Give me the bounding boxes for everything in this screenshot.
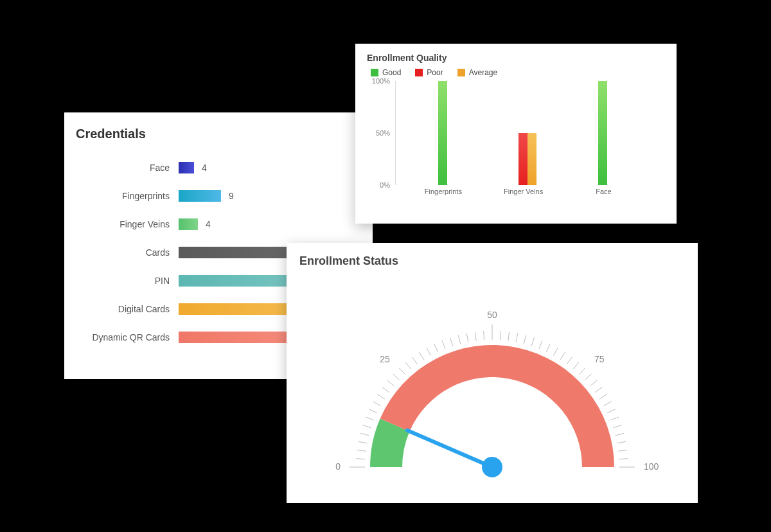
gauge-tick <box>613 425 621 427</box>
gauge-tick <box>617 441 626 443</box>
gauge-chart: 0255075100 <box>299 268 685 486</box>
credential-row: Face4 <box>76 162 373 173</box>
bar <box>527 133 536 185</box>
legend-label: Poor <box>427 68 443 77</box>
gauge-hub <box>482 457 502 477</box>
gauge-tick <box>580 368 586 374</box>
gauge-tick <box>484 331 484 340</box>
gauge-tick <box>405 362 411 369</box>
legend-swatch <box>415 69 423 76</box>
enrollment-status-card: Enrollment Status 0255075100 <box>287 243 698 503</box>
bar-group <box>598 81 607 185</box>
bar <box>598 81 607 185</box>
enrollment-quality-card: Enrollment Quality GoodPoorAverage 100%5… <box>355 44 677 224</box>
credential-label: Fingerprints <box>76 191 179 201</box>
credential-value: 9 <box>229 191 234 201</box>
gauge-tick <box>595 387 602 392</box>
gauge-tick <box>366 417 374 420</box>
gauge-tick <box>373 402 380 406</box>
credential-value: 4 <box>202 163 207 173</box>
gauge-tick <box>553 348 558 355</box>
gauge-tick <box>362 425 371 427</box>
gauge-tick <box>573 362 579 369</box>
gauge-tick <box>531 337 534 346</box>
gauge-tick <box>434 344 438 352</box>
legend-swatch <box>371 69 378 76</box>
legend-label: Average <box>469 68 497 77</box>
credential-label: Finger Veins <box>76 219 179 229</box>
quality-chart: 100%50%0% FingerprintsFinger VeinsFace <box>371 81 665 203</box>
bar <box>438 81 447 185</box>
gauge-tick <box>442 341 445 349</box>
credential-label: PIN <box>76 276 179 286</box>
gauge-tick-label: 50 <box>487 310 497 320</box>
gauge-tick <box>524 335 526 344</box>
credential-value: 4 <box>206 219 211 229</box>
quality-y-axis: 100%50%0% <box>371 81 393 185</box>
gauge-tick <box>500 331 501 340</box>
bar-group <box>518 133 536 185</box>
gauge-tick <box>427 348 431 355</box>
credential-label: Dynamic QR Cards <box>76 332 179 342</box>
bar-group <box>438 81 447 185</box>
gauge-tick-label: 25 <box>380 354 390 364</box>
legend-item: Average <box>457 68 497 77</box>
gauge-tick <box>604 402 612 406</box>
y-tick-label: 50% <box>376 129 390 137</box>
gauge-tick <box>450 337 452 346</box>
legend-label: Good <box>382 68 401 77</box>
gauge-tick <box>567 357 572 364</box>
gauge-tick <box>607 409 616 413</box>
gauge-tick-label: 0 <box>335 461 341 472</box>
gauge-tick-label: 100 <box>644 461 659 472</box>
gauge-tick <box>412 357 417 364</box>
bar <box>518 133 527 185</box>
credential-bar <box>179 162 194 173</box>
gauge-svg: 0255075100 <box>299 268 685 486</box>
x-tick-label: Finger Veins <box>504 188 543 195</box>
gauge-tick <box>359 441 368 443</box>
gauge-tick <box>546 344 550 352</box>
gauge-tick <box>419 352 424 360</box>
gauge-tick <box>399 368 405 374</box>
gauge-tick <box>377 394 385 399</box>
gauge-tick <box>369 409 377 413</box>
credential-label: Digital Cards <box>76 304 179 314</box>
gauge-tick <box>590 380 598 386</box>
legend-swatch <box>457 69 465 76</box>
gauge-tick <box>360 433 369 435</box>
enrollment-status-title: Enrollment Status <box>299 254 685 268</box>
credential-label: Cards <box>76 247 179 258</box>
gauge-tick <box>516 333 518 342</box>
credential-row: Finger Veins4 <box>76 218 373 230</box>
credential-row: Fingerprints9 <box>76 190 373 202</box>
gauge-tick <box>475 332 476 341</box>
gauge-tick <box>618 450 627 451</box>
gauge-tick <box>599 394 607 399</box>
gauge-tick <box>616 433 625 435</box>
credential-label: Face <box>76 163 179 173</box>
gauge-tick <box>357 450 366 451</box>
enrollment-quality-title: Enrollment Quality <box>367 53 665 63</box>
quality-plot-area <box>395 81 662 185</box>
gauge-tick <box>458 335 460 344</box>
gauge-tick <box>466 333 468 342</box>
gauge-tick <box>585 374 591 380</box>
gauge-tick <box>387 380 394 386</box>
x-tick-label: Face <box>596 188 611 195</box>
x-tick-label: Fingerprints <box>425 188 462 195</box>
credentials-title: Credentials <box>76 127 373 141</box>
gauge-arc-red <box>380 345 614 467</box>
gauge-tick <box>560 352 565 360</box>
gauge-tick-label: 75 <box>594 354 605 364</box>
gauge-tick <box>619 459 628 459</box>
gauge-tick <box>539 341 542 349</box>
legend-item: Good <box>371 68 401 77</box>
gauge-tick <box>610 417 619 420</box>
y-tick-label: 0% <box>380 181 390 189</box>
credential-bar <box>179 218 198 230</box>
legend-item: Poor <box>415 68 443 77</box>
gauge-tick <box>382 387 389 392</box>
y-tick-label: 100% <box>372 77 390 85</box>
gauge-tick <box>393 374 399 380</box>
